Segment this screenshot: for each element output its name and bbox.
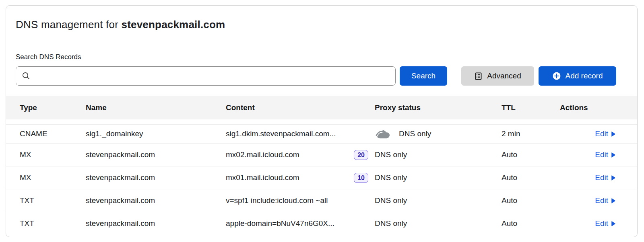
column-header-actions: Actions	[560, 103, 627, 112]
edit-arrow-icon	[611, 221, 615, 226]
proxy-status-text: DNS only	[375, 196, 407, 205]
column-header-ttl: TTL	[502, 103, 560, 112]
edit-button[interactable]: Edit	[595, 219, 615, 228]
table-row: CNAME sig1._domainkey sig1.dkim.stevenpa…	[6, 124, 637, 143]
record-actions: Edit	[560, 173, 627, 182]
record-ttl: Auto	[502, 173, 560, 182]
record-actions: Edit	[560, 219, 627, 228]
record-type: MX	[20, 150, 86, 159]
proxy-status-text: DNS only	[375, 219, 407, 228]
record-content: mx02.mail.icloud.com 20	[226, 150, 375, 160]
add-record-button[interactable]: Add record	[539, 66, 616, 86]
add-record-button-label: Add record	[566, 72, 603, 80]
record-ttl: 2 min	[502, 129, 560, 138]
record-content: v=spf1 include:icloud.com ~all	[226, 196, 375, 205]
record-name: sig1._domainkey	[86, 129, 226, 138]
record-proxy-status: DNS only	[375, 219, 502, 228]
page-title-prefix: DNS management for	[16, 18, 121, 31]
record-content-text: sig1.dkim.stevenpackmail.com...	[226, 129, 336, 138]
search-icon	[22, 72, 31, 80]
record-name: stevenpackmail.com	[86, 219, 226, 228]
proxy-status-text: DNS only	[375, 150, 407, 159]
record-proxy-status: DNS only	[375, 173, 502, 182]
search-button[interactable]: Search	[400, 66, 447, 86]
search-input-container	[16, 66, 396, 86]
edit-button-label: Edit	[595, 150, 608, 159]
record-content-text: apple-domain=bNuV47n6G0X...	[226, 219, 334, 228]
search-label: Search DNS Records	[16, 53, 627, 61]
record-proxy-status: DNS only	[375, 150, 502, 159]
search-toolbar: Search Advanced	[16, 66, 627, 86]
record-content: mx01.mail.icloud.com 10	[226, 173, 375, 183]
edit-arrow-icon	[611, 175, 615, 180]
edit-button-label: Edit	[595, 219, 608, 228]
dns-management-card: DNS management for stevenpackmail.com Se…	[6, 5, 638, 237]
record-ttl: Auto	[502, 196, 560, 205]
record-content-text: mx01.mail.icloud.com	[226, 173, 299, 182]
search-input[interactable]	[16, 66, 396, 86]
page-title-domain: stevenpackmail.com	[121, 18, 225, 31]
record-actions: Edit	[560, 196, 627, 205]
edit-arrow-icon	[611, 131, 615, 137]
edit-arrow-icon	[611, 152, 615, 158]
list-document-icon	[474, 72, 483, 80]
table-row: TXT stevenpackmail.com apple-domain=bNuV…	[6, 212, 637, 235]
record-name: stevenpackmail.com	[86, 150, 226, 159]
dns-only-cloud-icon	[375, 128, 393, 140]
priority-badge: 10	[354, 173, 368, 183]
column-header-name: Name	[86, 103, 226, 112]
dns-records-table: Type Name Content Proxy status TTL Actio…	[6, 96, 637, 235]
edit-button-label: Edit	[595, 129, 608, 138]
edit-button[interactable]: Edit	[595, 150, 615, 159]
plus-circle-icon	[552, 72, 561, 80]
page-title: DNS management for stevenpackmail.com	[16, 18, 627, 31]
record-type: CNAME	[20, 129, 86, 138]
record-content-text: v=spf1 include:icloud.com ~all	[226, 196, 328, 205]
record-name: stevenpackmail.com	[86, 173, 226, 182]
record-type: TXT	[20, 219, 86, 228]
column-header-type: Type	[20, 103, 86, 112]
table-row: TXT stevenpackmail.com v=spf1 include:ic…	[6, 189, 637, 212]
edit-button-label: Edit	[595, 173, 608, 182]
proxy-status-text: DNS only	[375, 173, 407, 182]
edit-button[interactable]: Edit	[595, 129, 615, 138]
record-proxy-status: DNS only	[375, 196, 502, 205]
proxy-status-text: DNS only	[399, 129, 431, 138]
record-content: apple-domain=bNuV47n6G0X...	[226, 219, 375, 228]
column-header-content: Content	[226, 103, 375, 112]
edit-arrow-icon	[611, 198, 615, 203]
table-header-row: Type Name Content Proxy status TTL Actio…	[6, 96, 637, 119]
record-type: MX	[20, 173, 86, 182]
record-ttl: Auto	[502, 150, 560, 159]
record-content: sig1.dkim.stevenpackmail.com...	[226, 129, 375, 138]
priority-badge: 20	[354, 150, 368, 160]
record-content-text: mx02.mail.icloud.com	[226, 150, 299, 159]
record-actions: Edit	[560, 150, 627, 159]
advanced-button-label: Advanced	[487, 72, 521, 80]
edit-button-label: Edit	[595, 196, 608, 205]
column-header-proxy-status: Proxy status	[375, 103, 502, 112]
table-row: MX stevenpackmail.com mx02.mail.icloud.c…	[6, 143, 637, 166]
record-type: TXT	[20, 196, 86, 205]
advanced-button[interactable]: Advanced	[461, 66, 534, 86]
edit-button[interactable]: Edit	[595, 173, 615, 182]
record-ttl: Auto	[502, 219, 560, 228]
edit-button[interactable]: Edit	[595, 196, 615, 205]
record-actions: Edit	[560, 129, 627, 138]
record-name: stevenpackmail.com	[86, 196, 226, 205]
table-row: MX stevenpackmail.com mx01.mail.icloud.c…	[6, 166, 637, 189]
record-proxy-status: DNS only	[375, 128, 502, 140]
table-body: CNAME sig1._domainkey sig1.dkim.stevenpa…	[6, 124, 637, 235]
